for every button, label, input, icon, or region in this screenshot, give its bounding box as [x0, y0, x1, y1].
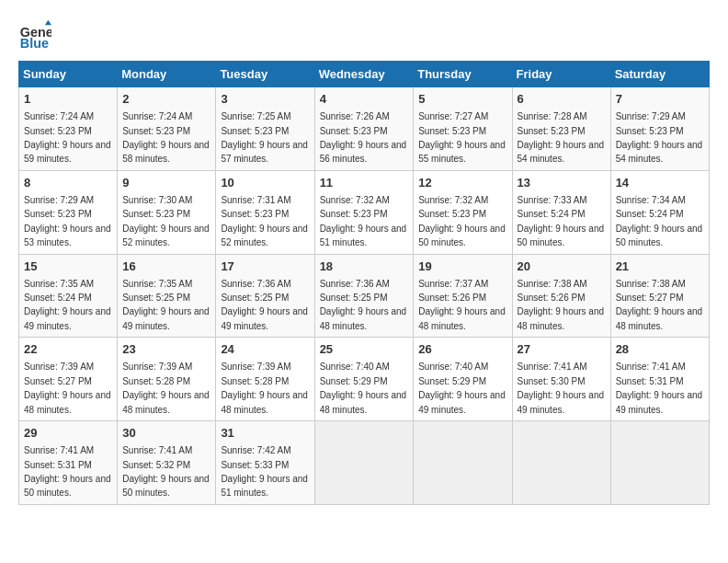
logo: General Blue	[18, 18, 55, 52]
day-number: 5	[418, 91, 506, 108]
day-number: 26	[418, 341, 506, 358]
calendar-cell: 28 Sunrise: 7:41 AMSunset: 5:31 PMDaylig…	[610, 338, 709, 421]
day-info: Sunrise: 7:34 AMSunset: 5:24 PMDaylight:…	[616, 195, 703, 247]
calendar-cell: 17 Sunrise: 7:36 AMSunset: 5:25 PMDaylig…	[216, 254, 314, 338]
day-info: Sunrise: 7:41 AMSunset: 5:31 PMDaylight:…	[24, 445, 111, 498]
day-info: Sunrise: 7:37 AMSunset: 5:26 PMDaylight:…	[418, 279, 506, 331]
header-cell-friday: Friday	[512, 62, 610, 87]
day-number: 10	[221, 175, 309, 191]
day-number: 24	[221, 341, 309, 358]
calendar-cell	[414, 421, 512, 505]
calendar-cell: 23 Sunrise: 7:39 AMSunset: 5:28 PMDaylig…	[118, 338, 216, 421]
day-info: Sunrise: 7:32 AMSunset: 5:23 PMDaylight:…	[418, 195, 506, 247]
day-number: 14	[616, 175, 704, 191]
day-info: Sunrise: 7:41 AMSunset: 5:31 PMDaylight:…	[616, 362, 703, 414]
day-number: 25	[320, 341, 409, 358]
calendar-cell: 25 Sunrise: 7:40 AMSunset: 5:29 PMDaylig…	[314, 338, 414, 421]
calendar-cell	[314, 421, 414, 505]
header: General Blue	[18, 18, 710, 52]
day-number: 13	[518, 175, 606, 191]
calendar-week-4: 22 Sunrise: 7:39 AMSunset: 5:27 PMDaylig…	[19, 338, 710, 421]
calendar-cell: 27 Sunrise: 7:41 AMSunset: 5:30 PMDaylig…	[512, 338, 610, 421]
calendar-cell: 21 Sunrise: 7:38 AMSunset: 5:27 PMDaylig…	[610, 254, 709, 338]
day-info: Sunrise: 7:27 AMSunset: 5:23 PMDaylight:…	[418, 111, 506, 164]
header-cell-wednesday: Wednesday	[314, 62, 414, 87]
day-info: Sunrise: 7:39 AMSunset: 5:27 PMDaylight:…	[24, 362, 111, 414]
day-info: Sunrise: 7:42 AMSunset: 5:33 PMDaylight:…	[221, 445, 308, 498]
header-cell-saturday: Saturday	[610, 62, 709, 87]
header-cell-tuesday: Tuesday	[216, 62, 314, 87]
day-number: 21	[616, 259, 704, 275]
day-info: Sunrise: 7:24 AMSunset: 5:23 PMDaylight:…	[24, 111, 111, 164]
day-info: Sunrise: 7:31 AMSunset: 5:23 PMDaylight:…	[221, 195, 308, 247]
calendar-cell: 10 Sunrise: 7:31 AMSunset: 5:23 PMDaylig…	[216, 170, 314, 254]
calendar-body: 1 Sunrise: 7:24 AMSunset: 5:23 PMDayligh…	[19, 87, 710, 505]
calendar-cell: 3 Sunrise: 7:25 AMSunset: 5:23 PMDayligh…	[216, 87, 314, 171]
calendar-cell: 5 Sunrise: 7:27 AMSunset: 5:23 PMDayligh…	[414, 87, 512, 171]
day-info: Sunrise: 7:41 AMSunset: 5:30 PMDaylight:…	[518, 362, 605, 414]
day-number: 6	[518, 91, 606, 108]
day-info: Sunrise: 7:40 AMSunset: 5:29 PMDaylight:…	[320, 362, 407, 414]
calendar-week-5: 29 Sunrise: 7:41 AMSunset: 5:31 PMDaylig…	[19, 421, 710, 505]
day-number: 28	[616, 341, 704, 358]
calendar-week-3: 15 Sunrise: 7:35 AMSunset: 5:24 PMDaylig…	[19, 254, 710, 338]
calendar-cell	[512, 421, 610, 505]
header-cell-sunday: Sunday	[19, 62, 118, 87]
day-number: 30	[122, 425, 210, 442]
calendar-cell: 14 Sunrise: 7:34 AMSunset: 5:24 PMDaylig…	[610, 170, 709, 254]
calendar-cell: 26 Sunrise: 7:40 AMSunset: 5:29 PMDaylig…	[414, 338, 512, 421]
day-number: 7	[616, 91, 704, 108]
calendar-header: SundayMondayTuesdayWednesdayThursdayFrid…	[19, 62, 710, 87]
logo-icon: General Blue	[18, 18, 51, 52]
day-number: 8	[24, 175, 112, 191]
day-number: 16	[122, 259, 210, 275]
calendar-cell: 4 Sunrise: 7:26 AMSunset: 5:23 PMDayligh…	[314, 87, 414, 171]
day-info: Sunrise: 7:40 AMSunset: 5:29 PMDaylight:…	[418, 362, 506, 414]
calendar-week-2: 8 Sunrise: 7:29 AMSunset: 5:23 PMDayligh…	[19, 170, 710, 254]
day-number: 29	[24, 425, 112, 442]
header-row: SundayMondayTuesdayWednesdayThursdayFrid…	[19, 62, 710, 87]
svg-marker-2	[45, 20, 51, 25]
calendar-cell: 11 Sunrise: 7:32 AMSunset: 5:23 PMDaylig…	[314, 170, 414, 254]
day-info: Sunrise: 7:25 AMSunset: 5:23 PMDaylight:…	[221, 111, 308, 164]
calendar-cell: 15 Sunrise: 7:35 AMSunset: 5:24 PMDaylig…	[19, 254, 118, 338]
header-cell-thursday: Thursday	[414, 62, 512, 87]
day-info: Sunrise: 7:28 AMSunset: 5:23 PMDaylight:…	[518, 111, 605, 164]
day-info: Sunrise: 7:41 AMSunset: 5:32 PMDaylight:…	[122, 445, 210, 498]
day-info: Sunrise: 7:29 AMSunset: 5:23 PMDaylight:…	[24, 195, 111, 247]
day-info: Sunrise: 7:39 AMSunset: 5:28 PMDaylight:…	[122, 362, 210, 414]
header-cell-monday: Monday	[118, 62, 216, 87]
day-info: Sunrise: 7:36 AMSunset: 5:25 PMDaylight:…	[320, 279, 407, 331]
calendar-cell: 1 Sunrise: 7:24 AMSunset: 5:23 PMDayligh…	[19, 87, 118, 171]
day-info: Sunrise: 7:32 AMSunset: 5:23 PMDaylight:…	[320, 195, 407, 247]
day-number: 3	[221, 91, 309, 108]
day-info: Sunrise: 7:38 AMSunset: 5:27 PMDaylight:…	[616, 279, 703, 331]
calendar-cell: 7 Sunrise: 7:29 AMSunset: 5:23 PMDayligh…	[610, 87, 709, 171]
calendar-cell: 24 Sunrise: 7:39 AMSunset: 5:28 PMDaylig…	[216, 338, 314, 421]
calendar-cell: 6 Sunrise: 7:28 AMSunset: 5:23 PMDayligh…	[512, 87, 610, 171]
calendar-cell: 18 Sunrise: 7:36 AMSunset: 5:25 PMDaylig…	[314, 254, 414, 338]
day-info: Sunrise: 7:26 AMSunset: 5:23 PMDaylight:…	[320, 111, 407, 164]
calendar-cell: 9 Sunrise: 7:30 AMSunset: 5:23 PMDayligh…	[118, 170, 216, 254]
calendar-cell: 29 Sunrise: 7:41 AMSunset: 5:31 PMDaylig…	[19, 421, 118, 505]
day-info: Sunrise: 7:39 AMSunset: 5:28 PMDaylight:…	[221, 362, 308, 414]
calendar-cell: 16 Sunrise: 7:35 AMSunset: 5:25 PMDaylig…	[118, 254, 216, 338]
day-number: 23	[122, 341, 210, 358]
day-number: 9	[122, 175, 210, 191]
day-number: 22	[24, 341, 112, 358]
calendar-cell: 8 Sunrise: 7:29 AMSunset: 5:23 PMDayligh…	[19, 170, 118, 254]
day-info: Sunrise: 7:38 AMSunset: 5:26 PMDaylight:…	[518, 279, 605, 331]
day-number: 27	[518, 341, 606, 358]
calendar-cell: 22 Sunrise: 7:39 AMSunset: 5:27 PMDaylig…	[19, 338, 118, 421]
day-number: 12	[418, 175, 506, 191]
day-number: 19	[418, 259, 506, 275]
calendar-cell: 30 Sunrise: 7:41 AMSunset: 5:32 PMDaylig…	[118, 421, 216, 505]
calendar-cell	[610, 421, 709, 505]
day-number: 1	[24, 91, 112, 108]
day-number: 17	[221, 259, 309, 275]
calendar-week-1: 1 Sunrise: 7:24 AMSunset: 5:23 PMDayligh…	[19, 87, 710, 171]
day-number: 4	[320, 91, 409, 108]
day-number: 15	[24, 259, 112, 275]
day-number: 11	[320, 175, 409, 191]
calendar-cell: 2 Sunrise: 7:24 AMSunset: 5:23 PMDayligh…	[118, 87, 216, 171]
